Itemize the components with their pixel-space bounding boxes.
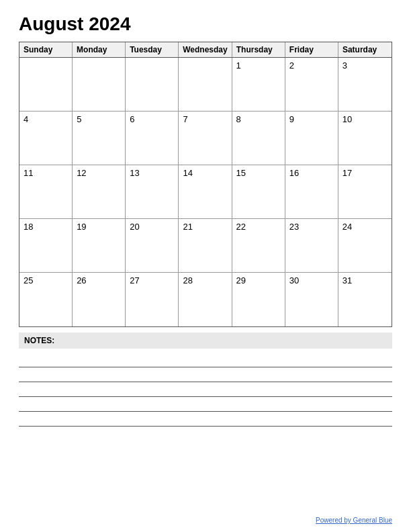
day-number-25: 25 [24,275,33,285]
calendar-cell-w3-tue: 13 [126,165,179,219]
calendar: SundayMondayTuesdayWednesdayThursdayFrid… [19,42,392,327]
day-number-6: 6 [130,114,134,124]
calendar-cell-w3-sun: 11 [19,165,73,219]
calendar-cell-w1-wed [179,58,232,112]
calendar-header: SundayMondayTuesdayWednesdayThursdayFrid… [19,42,392,58]
notes-line-1 [19,353,392,367]
day-number-31: 31 [342,275,352,285]
day-number-7: 7 [183,114,187,124]
calendar-cell-w5-fri: 30 [285,273,338,326]
calendar-cell-w5-sat: 31 [338,273,392,326]
day-number-8: 8 [236,114,241,124]
header-cell-sunday: Sunday [19,42,73,57]
header-cell-tuesday: Tuesday [126,42,179,57]
header-cell-monday: Monday [73,42,126,57]
header-cell-thursday: Thursday [232,42,285,57]
day-number-28: 28 [183,275,192,285]
calendar-cell-w2-sat: 10 [338,112,392,165]
calendar-cell-w1-sat: 3 [338,58,392,112]
day-number-27: 27 [130,275,139,285]
calendar-cell-w1-tue [126,58,179,112]
calendar-cell-w5-thu: 29 [232,273,285,326]
header-cell-friday: Friday [285,42,338,57]
notes-label: NOTES: [19,332,392,349]
notes-lines [19,353,392,427]
calendar-cell-w4-sun: 18 [19,219,73,273]
page-title: August 2024 [19,13,392,35]
notes-line-5 [19,412,392,427]
calendar-cell-w5-sun: 25 [19,273,73,326]
day-number-23: 23 [289,222,299,232]
day-number-9: 9 [289,114,294,124]
calendar-cell-w4-tue: 20 [126,219,179,273]
calendar-cell-w4-sat: 24 [338,219,392,273]
day-number-1: 1 [236,60,241,71]
day-number-18: 18 [24,222,33,232]
calendar-cell-w5-mon: 26 [73,273,126,326]
calendar-cell-w4-wed: 21 [179,219,232,273]
day-number-13: 13 [130,168,139,178]
notes-section: NOTES: [19,332,392,427]
day-number-14: 14 [183,168,192,178]
day-number-30: 30 [289,275,299,285]
day-number-16: 16 [289,168,299,178]
powered-by-link[interactable]: Powered by General Blue [316,517,392,524]
day-number-10: 10 [342,114,352,124]
header-cell-saturday: Saturday [338,42,392,57]
calendar-cell-w2-fri: 9 [285,112,338,165]
calendar-cell-w3-wed: 14 [179,165,232,219]
calendar-cell-w2-sun: 4 [19,112,73,165]
calendar-cell-w1-thu: 1 [232,58,285,112]
day-number-20: 20 [130,222,139,232]
calendar-cell-w2-wed: 7 [179,112,232,165]
calendar-cell-w3-sat: 17 [338,165,392,219]
day-number-26: 26 [77,275,86,285]
day-number-15: 15 [236,168,246,178]
calendar-cell-w1-sun [19,58,73,112]
day-number-24: 24 [342,222,352,232]
day-number-2: 2 [289,60,294,71]
day-number-3: 3 [342,60,347,71]
header-cell-wednesday: Wednesday [179,42,232,57]
calendar-cell-w3-thu: 15 [232,165,285,219]
calendar-cell-w2-mon: 5 [73,112,126,165]
day-number-5: 5 [77,114,81,124]
day-number-12: 12 [77,168,86,178]
notes-line-3 [19,382,392,397]
calendar-cell-w2-tue: 6 [126,112,179,165]
day-number-19: 19 [77,222,86,232]
day-number-21: 21 [183,222,192,232]
calendar-cell-w3-fri: 16 [285,165,338,219]
calendar-cell-w2-thu: 8 [232,112,285,165]
calendar-cell-w1-mon [73,58,126,112]
calendar-cell-w4-mon: 19 [73,219,126,273]
day-number-11: 11 [24,168,33,178]
calendar-grid: 1234567891011121314151617181920212223242… [19,58,392,326]
calendar-cell-w1-fri: 2 [285,58,338,112]
day-number-29: 29 [236,275,246,285]
day-number-22: 22 [236,222,246,232]
calendar-cell-w5-wed: 28 [179,273,232,326]
calendar-cell-w3-mon: 12 [73,165,126,219]
notes-line-2 [19,367,392,382]
calendar-cell-w5-tue: 27 [126,273,179,326]
day-number-4: 4 [24,114,28,124]
day-number-17: 17 [342,168,352,178]
notes-line-4 [19,397,392,412]
calendar-cell-w4-fri: 23 [285,219,338,273]
calendar-cell-w4-thu: 22 [232,219,285,273]
